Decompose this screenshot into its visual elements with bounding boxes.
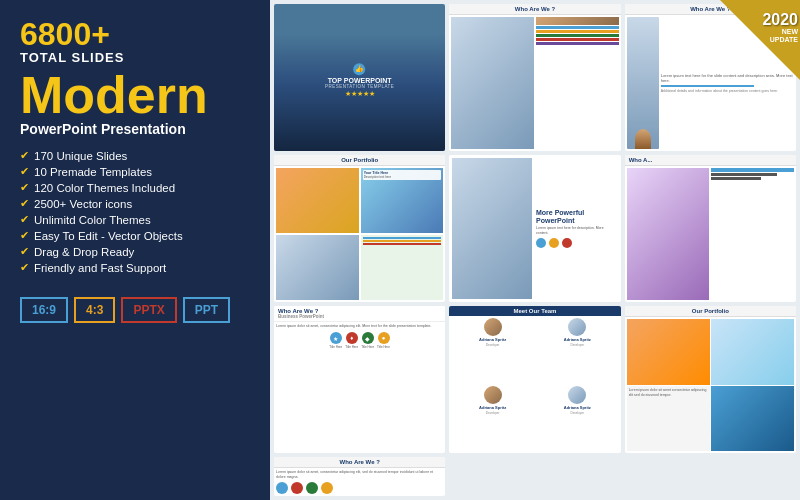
slide-2-header: Who Are We ? — [449, 4, 620, 15]
slide-4-item4-content — [361, 235, 444, 247]
slide-thumb-5[interactable]: More Powerful PowerPoint Lorem ipsum tex… — [449, 155, 620, 302]
slide-7-icon4-label: Title Here — [377, 345, 390, 349]
feature-text: Easy To Edit - Vector Objects — [34, 230, 183, 242]
slide-4-item4-bar1 — [363, 237, 442, 239]
slide-8-title: Meet Our Team — [514, 308, 557, 314]
feature-item: ✔ Drag & Drop Ready — [20, 245, 250, 258]
format-pptx-button[interactable]: PPTX — [121, 297, 176, 323]
slide-6-bar1 — [711, 168, 794, 172]
slide-6-bar3 — [711, 177, 761, 180]
slide-7-header: Who Are We ? Business PowerPoint — [274, 306, 445, 322]
slide-7-icon4-circle: ● — [378, 332, 390, 344]
slide-10-icon3 — [306, 482, 318, 494]
feature-text: 170 Unique Slides — [34, 150, 127, 162]
slide-4-item3 — [276, 235, 359, 300]
slide-2-content — [536, 17, 619, 149]
slide-7-icons: ★ Title Here ♦ Title Here ◆ Title Here ●… — [276, 332, 443, 349]
slide-8-avatar2 — [568, 318, 586, 336]
slide-7-icon1-circle: ★ — [330, 332, 342, 344]
feature-item: ✔ Easy To Edit - Vector Objects — [20, 229, 250, 242]
slide-10-header: Who Are We ? — [274, 457, 445, 468]
slide-thumb-7[interactable]: Who Are We ? Business PowerPoint Lorem i… — [274, 306, 445, 453]
feature-item: ✔ 120 Color Themes Included — [20, 181, 250, 194]
slide-9-text: Lorem ipsum dolor sit amet consectetur a… — [629, 388, 708, 398]
slide-10-text: Lorem ipsum dolor sit amet, consectetur … — [276, 470, 443, 480]
slide-4-item1 — [276, 168, 359, 233]
slide-7-icon4: ● Title Here — [377, 332, 390, 349]
slide-3-divider — [661, 85, 754, 87]
left-panel: 6800+ TOTAL SLIDES Modern PowerPoint Pre… — [0, 0, 270, 500]
slide-6-content — [711, 168, 794, 300]
feature-item: ✔ Friendly and Fast Support — [20, 261, 250, 274]
slide-thumb-4[interactable]: Our Portfolio Your Title Here Descriptio… — [274, 155, 445, 302]
slide-8-name3: Adriana Spritz — [479, 405, 506, 410]
slide-thumb-9[interactable]: Our Portfolio Lorem ipsum dolor sit amet… — [625, 306, 796, 453]
slide-1-title: TOP POWERPOINT — [287, 77, 433, 85]
slide-2-image — [451, 17, 534, 149]
features-list: ✔ 170 Unique Slides ✔ 10 Premade Templat… — [20, 149, 250, 277]
slide-9-item3: Lorem ipsum dolor sit amet consectetur a… — [627, 386, 710, 452]
slide-10-icon4 — [321, 482, 333, 494]
slide-7-icon2-circle: ♦ — [346, 332, 358, 344]
format-4-3-button[interactable]: 4:3 — [74, 297, 115, 323]
slide-2-photo — [536, 17, 619, 25]
slide-8-avatar4 — [568, 386, 586, 404]
slide-2-bar3 — [536, 34, 619, 37]
slide-6-title: Who A... — [629, 157, 653, 163]
slide-4-body: Your Title Here Description text here — [274, 166, 445, 302]
slide-6-image — [627, 168, 710, 300]
format-16-9-button[interactable]: 16:9 — [20, 297, 68, 323]
slide-7-icon3: ◆ Title Here — [361, 332, 374, 349]
slide-6-bar2 — [711, 173, 777, 176]
slide-7-icon2-label: Title Here — [345, 345, 358, 349]
slide-8-avatar3 — [484, 386, 502, 404]
slide-5-body: More Powerful PowerPoint Lorem ipsum tex… — [449, 155, 620, 302]
format-buttons: 16:9 4:3 PPTX PPT — [20, 297, 250, 323]
feature-item: ✔ Unlimitd Color Themes — [20, 213, 250, 226]
slide-7-subtitle: Business PowerPoint — [278, 314, 441, 319]
total-slides-label: TOTAL SLIDES — [20, 50, 250, 65]
feature-item: ✔ 2500+ Vector icons — [20, 197, 250, 210]
slide-thumb-2[interactable]: Who Are We ? — [449, 4, 620, 151]
slide-10-body: Lorem ipsum dolor sit amet, consectetur … — [274, 468, 445, 496]
slide-2-body — [449, 15, 620, 151]
slide-8-member1: Adriana Spritz Developer — [451, 318, 534, 384]
format-ppt-button[interactable]: PPT — [183, 297, 230, 323]
slide-1-stars: ★★★★★ — [287, 90, 433, 98]
slide-5-icons — [536, 238, 616, 248]
slide-thumb-10[interactable]: Who Are We ? Lorem ipsum dolor sit amet,… — [274, 457, 445, 496]
slide-4-overlay-body: Description text here — [364, 175, 441, 179]
slide-5-icon3 — [562, 238, 572, 248]
slide-8-role3: Developer — [486, 411, 500, 415]
feature-text: Friendly and Fast Support — [34, 262, 166, 274]
slide-9-item4 — [711, 386, 794, 452]
slide-9-item1 — [627, 319, 710, 385]
slide-10-icon2 — [291, 482, 303, 494]
slide-thumb-8[interactable]: Meet Our Team Adriana Spritz Developer A… — [449, 306, 620, 453]
feature-text: 2500+ Vector icons — [34, 198, 132, 210]
ppt-subtitle: PowerPoint Presentation — [20, 121, 250, 137]
slide-thumb-1[interactable]: 👍 TOP POWERPOINT PRESENTATION TEMPLATE ★… — [274, 4, 445, 151]
slide-8-member2: Adriana Spritz Developer — [536, 318, 619, 384]
slide-8-role1: Developer — [486, 343, 500, 347]
slide-8-name2: Adriana Spritz — [564, 337, 591, 342]
slide-8-avatar1 — [484, 318, 502, 336]
slide-7-text: Lorem ipsum dolor sit amet, consectetur … — [276, 324, 443, 329]
slide-5-icon2 — [549, 238, 559, 248]
slide-9-title: Our Portfolio — [692, 308, 729, 314]
slide-1-subtitle: PRESENTATION TEMPLATE — [287, 84, 433, 89]
slide-9-body: Lorem ipsum dolor sit amet consectetur a… — [625, 317, 796, 453]
check-icon: ✔ — [20, 197, 29, 210]
check-icon: ✔ — [20, 149, 29, 162]
slide-6-body — [625, 166, 796, 302]
check-icon: ✔ — [20, 165, 29, 178]
feature-item: ✔ 170 Unique Slides — [20, 149, 250, 162]
slide-4-item4 — [361, 235, 444, 300]
slide-6-header: Who A... — [625, 155, 796, 166]
slide-2-bar1 — [536, 26, 619, 29]
slide-thumb-6[interactable]: Who A... — [625, 155, 796, 302]
slide-5-text: Lorem ipsum text here for description. M… — [536, 226, 616, 235]
check-icon: ✔ — [20, 261, 29, 274]
slide-8-member4: Adriana Spritz Developer — [536, 386, 619, 452]
slide-7-icon1: ★ Title Here — [329, 332, 342, 349]
